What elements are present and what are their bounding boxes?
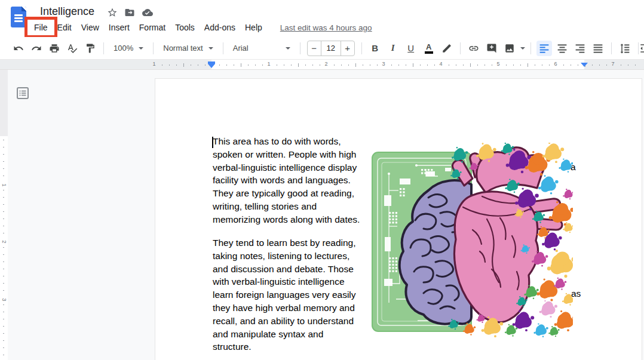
print-icon (49, 43, 60, 54)
justify-button[interactable] (590, 41, 606, 56)
highlight-color-button[interactable] (439, 41, 455, 56)
insert-link-button[interactable] (466, 41, 482, 56)
right-indent-marker[interactable] (581, 63, 588, 67)
menu-help[interactable]: Help (240, 20, 267, 35)
align-center-button[interactable] (554, 41, 570, 56)
toolbar: 100% Normal text Arial − 12 + B I U A 12… (0, 37, 644, 60)
menu-tools[interactable]: Tools (170, 20, 200, 35)
comment-plus-icon (486, 43, 497, 54)
align-left-icon (539, 43, 550, 54)
add-comment-button[interactable] (484, 41, 499, 56)
align-left-button[interactable] (536, 41, 552, 56)
document-outline-button[interactable] (16, 87, 29, 100)
menu-view[interactable]: View (76, 20, 104, 35)
text-line: writing, telling stories and (213, 200, 369, 213)
toolbar-divider (300, 42, 300, 54)
text-color-button[interactable]: A (421, 41, 437, 56)
brain-heart-illustration[interactable] (369, 143, 573, 337)
ruler-number: 2 (324, 61, 327, 67)
align-right-icon (575, 43, 585, 54)
bold-button[interactable]: B (367, 41, 383, 56)
undo-button[interactable] (11, 41, 26, 56)
paragraph-2[interactable]: They tend to learn best by reading,takin… (213, 236, 369, 353)
text-line: spoken or written. People with high (213, 148, 369, 161)
toolbar-divider (153, 42, 154, 54)
highlighter-icon (441, 43, 452, 54)
chevron-down-icon (139, 47, 143, 50)
toolbar-divider (361, 42, 362, 54)
text-line: and discussion and debate. Those (213, 263, 369, 276)
star-icon[interactable] (107, 7, 118, 18)
insert-image-button[interactable] (502, 41, 517, 56)
menu-file[interactable]: File (29, 20, 53, 35)
text-line: structure. (213, 340, 369, 353)
document-title[interactable]: Intelligence (40, 5, 94, 18)
font-size-control: − 12 + (307, 41, 355, 56)
decrease-indent-button[interactable] (637, 41, 644, 56)
image-dropdown-chevron-icon[interactable] (520, 47, 525, 50)
font-family-select[interactable]: Arial (228, 41, 296, 56)
align-right-button[interactable] (572, 41, 588, 56)
text-line: They tend to learn best by reading, (213, 236, 369, 250)
menu-format[interactable]: Format (134, 20, 170, 35)
menu-edit[interactable]: Edit (53, 20, 76, 35)
left-indent-marker[interactable] (208, 61, 215, 68)
text-line: with verbal-linguistic intelligence (213, 275, 369, 288)
image-icon (504, 43, 515, 54)
zoom-select[interactable]: 100% (108, 41, 149, 56)
undo-icon (13, 43, 24, 54)
text-color-icon: A (425, 43, 433, 54)
paragraph-1[interactable]: This area has to do with words,spoken or… (213, 135, 369, 226)
menu-insert[interactable]: Insert (104, 20, 134, 35)
last-edit-link[interactable]: Last edit was 4 hours ago (280, 23, 372, 32)
text-line: This area has to do with words, (213, 135, 369, 148)
ruler-number: 3 (382, 61, 385, 67)
justify-icon (593, 43, 603, 54)
text-line: recall, and an ability to understand (213, 315, 369, 328)
left-margin-shade (0, 60, 211, 69)
cloud-saved-icon[interactable] (142, 7, 153, 18)
text-line: verbal-linguistic intelligence display (213, 161, 369, 174)
text-line: taking notes, listening to lectures, (213, 250, 369, 263)
ruler-number: 6 (554, 61, 557, 67)
title-bar: Intelligence File Edit View Insert Forma… (0, 0, 644, 37)
ruler-number: 1 (152, 61, 155, 67)
paint-format-button[interactable] (82, 41, 98, 56)
indent-decrease-icon (639, 43, 644, 54)
chevron-down-icon (208, 47, 213, 50)
ruler-number: 2 (1, 238, 7, 246)
spellcheck-icon (67, 43, 78, 54)
line-spacing-button[interactable] (617, 41, 633, 56)
decrease-font-size-button[interactable]: − (308, 43, 321, 53)
toolbar-divider (223, 42, 223, 54)
increase-font-size-button[interactable]: + (341, 43, 354, 53)
menu-bar: File Edit View Insert Format Tools Add-o… (29, 20, 372, 35)
redo-icon (31, 43, 42, 54)
print-button[interactable] (47, 41, 62, 56)
chevron-down-icon (286, 47, 290, 50)
underline-button[interactable]: U (403, 41, 419, 56)
google-docs-window: Intelligence File Edit View Insert Forma… (0, 0, 644, 360)
redo-button[interactable] (29, 41, 44, 56)
italic-button[interactable]: I (385, 41, 401, 56)
paragraph-style-select[interactable]: Normal text (158, 41, 218, 56)
ruler-number: 5 (496, 61, 499, 67)
outline-icon (16, 87, 29, 100)
docs-logo-icon[interactable] (11, 7, 26, 27)
spellcheck-button[interactable] (65, 41, 80, 56)
text-line: They are typically good at reading, (213, 187, 369, 200)
paint-roller-icon (85, 43, 96, 54)
text-line: memorizing words along with dates. (213, 213, 369, 226)
ruler-number: 1 (267, 61, 270, 67)
ruler-number: 4 (439, 61, 442, 67)
font-size-value[interactable]: 12 (321, 41, 341, 56)
line-spacing-icon (620, 43, 630, 54)
toolbar-divider (460, 42, 461, 54)
text-line: facility with words and languages. (213, 174, 369, 187)
menu-addons[interactable]: Add-ons (200, 20, 240, 35)
move-folder-icon[interactable] (124, 7, 135, 18)
ruler-number: 3 (1, 296, 7, 304)
horizontal-ruler: 11234567 (0, 60, 644, 70)
text-line: they have high verbal memory and (213, 301, 369, 315)
ruler-number: 7 (611, 61, 614, 67)
